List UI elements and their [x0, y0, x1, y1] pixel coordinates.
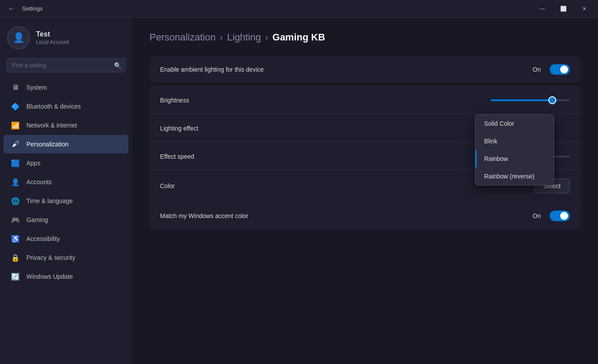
sidebar-item-bluetooth[interactable]: 🔷Bluetooth & devices [4, 97, 128, 116]
sidebar-item-windowsupdate[interactable]: 🔄Windows Update [4, 267, 128, 286]
sidebar-item-label-network: Network & internet [26, 122, 77, 129]
breadcrumb: Personalization › Lighting › Gaming KB [150, 32, 580, 43]
sidebar-item-network[interactable]: 📶Network & internet [4, 116, 128, 135]
back-button[interactable]: ← [5, 3, 18, 15]
dropdown-item-rainbow-label: Rainbow [484, 155, 508, 162]
system-icon: 🖥 [11, 83, 20, 92]
accent-toggle-label: On [532, 212, 541, 219]
title-bar-controls: — ⬜ ✕ [532, 2, 594, 16]
dropdown-item-solid-color-label: Solid Color [484, 120, 514, 127]
dropdown-item-solid-color[interactable]: Solid Color [475, 115, 554, 132]
dropdown-item-blink-label: Blink [484, 138, 497, 145]
sidebar-item-label-personalization: Personalization [26, 141, 69, 148]
time-icon: 🌐 [11, 196, 20, 206]
sidebar-item-label-windowsupdate: Windows Update [26, 273, 73, 280]
accounts-icon: 👤 [11, 177, 20, 187]
user-name: Test [36, 30, 69, 38]
sidebar-item-label-gaming: Gaming [26, 216, 48, 223]
accent-color-toggle[interactable] [550, 211, 570, 221]
nav-list: 🖥System🔷Bluetooth & devices📶Network & in… [0, 78, 132, 286]
brightness-slider-track[interactable] [491, 99, 570, 101]
breadcrumb-personalization[interactable]: Personalization [150, 32, 215, 43]
network-icon: 📶 [11, 120, 20, 130]
brightness-slider-container [491, 99, 570, 101]
close-button[interactable]: ✕ [574, 2, 594, 16]
title-bar: ← Settings — ⬜ ✕ [0, 0, 598, 18]
sidebar-item-label-accessibility: Accessibility [26, 235, 60, 242]
user-profile: 👤 Test Local Account [0, 18, 132, 56]
app-container: 👤 Test Local Account 🔍 🖥System🔷Bluetooth… [0, 18, 598, 364]
color-label: Color [160, 182, 175, 189]
privacy-icon: 🔒 [11, 253, 20, 262]
sidebar-item-personalization[interactable]: 🖌Personalization [4, 135, 128, 153]
enable-ambient-toggle-label: On [532, 66, 541, 73]
bluetooth-icon: 🔷 [11, 102, 20, 111]
maximize-button[interactable]: ⬜ [553, 2, 573, 16]
search-bar: 🔍 [6, 58, 126, 73]
sidebar-item-label-privacy: Privacy & security [26, 254, 75, 261]
window-title: Settings [22, 5, 43, 12]
dropdown-item-rainbow[interactable]: Rainbow [475, 150, 554, 167]
enable-ambient-toggle[interactable] [550, 64, 570, 75]
sidebar-item-accessibility[interactable]: ♿Accessibility [4, 229, 128, 248]
brightness-row: Brightness [150, 86, 580, 114]
sidebar-item-gaming[interactable]: 🎮Gaming [4, 211, 128, 229]
avatar: 👤 [7, 26, 30, 49]
sidebar-item-label-bluetooth: Bluetooth & devices [26, 103, 81, 110]
brightness-label: Brightness [160, 97, 189, 104]
sidebar-item-label-apps: Apps [26, 160, 40, 167]
sidebar: 👤 Test Local Account 🔍 🖥System🔷Bluetooth… [0, 18, 132, 364]
search-input[interactable] [6, 58, 126, 73]
sidebar-item-label-time: Time & language [26, 197, 73, 204]
brightness-slider-thumb[interactable] [548, 96, 556, 104]
lighting-effect-row: Lighting effect Solid Color Blink Rainbo… [150, 114, 580, 142]
sidebar-item-accounts[interactable]: 👤Accounts [4, 173, 128, 191]
sidebar-item-label-accounts: Accounts [26, 178, 52, 186]
sidebar-item-label-system: System [26, 84, 47, 91]
accent-color-row: Match my Windows accent color On [150, 202, 580, 230]
enable-ambient-toggle-group: On [532, 64, 570, 75]
title-bar-left: ← Settings [5, 3, 43, 15]
breadcrumb-lighting[interactable]: Lighting [227, 32, 261, 43]
accessibility-icon: ♿ [11, 234, 20, 244]
search-icon: 🔍 [114, 62, 121, 69]
gaming-icon: 🎮 [11, 215, 20, 225]
breadcrumb-sep-2: › [266, 33, 268, 42]
accent-toggle-group: On [532, 211, 570, 221]
enable-ambient-label: Enable ambient lighting for this device [160, 66, 264, 73]
user-subtitle: Local Account [36, 39, 69, 45]
personalization-icon: 🖌 [11, 139, 20, 149]
sidebar-item-time[interactable]: 🌐Time & language [4, 192, 128, 210]
sidebar-item-system[interactable]: 🖥System [4, 78, 128, 97]
accent-color-label: Match my Windows accent color [160, 212, 248, 219]
dropdown-item-rainbow-reverse[interactable]: Rainbow (reverse) [475, 167, 554, 185]
apps-icon: 🟦 [11, 158, 20, 168]
breadcrumb-gaming-kb: Gaming KB [273, 32, 325, 43]
main-content: Personalization › Lighting › Gaming KB E… [132, 18, 598, 364]
sidebar-item-apps[interactable]: 🟦Apps [4, 154, 128, 172]
brightness-slider-fill [491, 99, 552, 101]
dropdown-item-blink[interactable]: Blink [475, 132, 554, 150]
sidebar-item-privacy[interactable]: 🔒Privacy & security [4, 248, 128, 267]
lighting-effect-label: Lighting effect [160, 125, 198, 132]
settings-card: Brightness Lighting effect Solid Color [150, 86, 580, 230]
user-info: Test Local Account [36, 30, 69, 45]
breadcrumb-sep-1: › [220, 33, 222, 42]
lighting-effect-dropdown[interactable]: Solid Color Blink Rainbow Rainbow (rever… [475, 114, 554, 186]
enable-ambient-row: Enable ambient lighting for this device … [150, 56, 580, 83]
effect-speed-label: Effect speed [160, 153, 194, 160]
minimize-button[interactable]: — [532, 2, 552, 16]
dropdown-item-rainbow-reverse-label: Rainbow (reverse) [484, 173, 534, 180]
windowsupdate-icon: 🔄 [11, 272, 20, 281]
